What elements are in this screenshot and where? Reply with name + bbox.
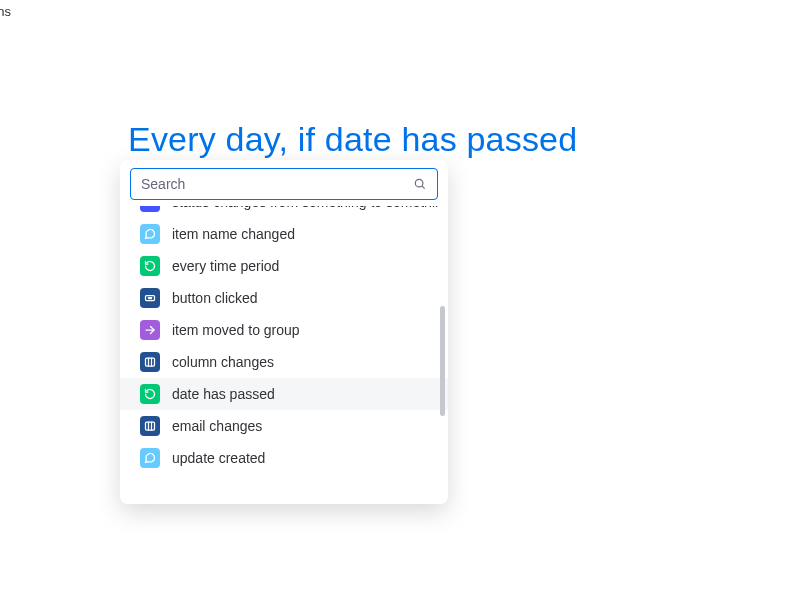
svg-line-1 (422, 186, 425, 189)
recurring-icon (140, 256, 160, 276)
options-list: status changes from something to somethi… (120, 206, 448, 496)
search-input[interactable] (141, 176, 413, 192)
search-icon (413, 177, 427, 191)
option-item[interactable]: button clicked (120, 282, 448, 314)
chat-bubble-icon (140, 448, 160, 468)
svg-rect-7 (146, 358, 155, 366)
button-icon (140, 288, 160, 308)
arrow-right-icon (140, 320, 160, 340)
option-label: item name changed (172, 226, 295, 242)
option-label: column changes (172, 354, 274, 370)
option-label: email changes (172, 418, 262, 434)
option-item[interactable]: email changes (120, 410, 448, 442)
option-label: button clicked (172, 290, 258, 306)
status-icon (140, 206, 160, 212)
option-label: status changes from something to somethi… (172, 206, 438, 210)
svg-point-0 (415, 179, 423, 187)
option-item[interactable]: item moved to group (120, 314, 448, 346)
option-item[interactable]: column changes (120, 346, 448, 378)
option-item[interactable]: update created (120, 442, 448, 474)
trigger-dropdown: status changes from something to somethi… (120, 160, 448, 504)
column-icon (140, 416, 160, 436)
search-field[interactable] (130, 168, 438, 200)
chat-bubble-icon (140, 224, 160, 244)
recurring-icon (140, 384, 160, 404)
svg-rect-10 (146, 422, 155, 430)
option-item[interactable]: item name changed (120, 218, 448, 250)
truncated-text: ons (0, 4, 11, 19)
sentence-heading: Every day, if date has passed (128, 120, 577, 159)
option-item[interactable]: status changes from something to somethi… (120, 206, 448, 218)
option-label: every time period (172, 258, 279, 274)
scrollbar-thumb[interactable] (440, 306, 445, 416)
option-item[interactable]: date has passed (120, 378, 448, 410)
option-label: date has passed (172, 386, 275, 402)
svg-rect-5 (149, 298, 152, 299)
option-label: update created (172, 450, 265, 466)
option-item[interactable]: every time period (120, 250, 448, 282)
column-icon (140, 352, 160, 372)
option-label: item moved to group (172, 322, 300, 338)
